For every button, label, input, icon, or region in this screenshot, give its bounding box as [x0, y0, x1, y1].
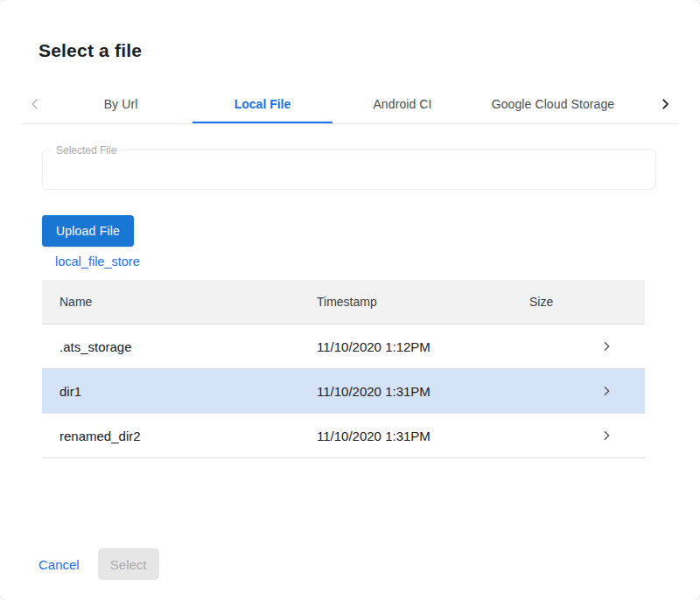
tab-android-ci[interactable]: Android CI [332, 84, 472, 123]
row-expand-control[interactable] [589, 384, 624, 398]
table-row[interactable]: renamed_dir2 11/10/2020 1:31PM [42, 414, 645, 458]
upload-file-button[interactable]: Upload File [42, 215, 134, 247]
tab-label: Google Cloud Storage [492, 97, 615, 111]
cell-name: renamed_dir2 [42, 429, 317, 443]
select-file-dialog: Select a file By Url Local File Android … [0, 0, 700, 600]
tab-by-url[interactable]: By Url [49, 84, 192, 123]
tab-bar: By Url Local File Android CI Google Clou… [21, 84, 679, 124]
chevron-right-icon [657, 96, 673, 112]
cell-timestamp: 11/10/2020 1:12PM [317, 339, 529, 354]
column-header-timestamp: Timestamp [317, 295, 529, 309]
cell-timestamp: 11/10/2020 1:31PM [317, 429, 529, 443]
tab-local-file[interactable]: Local File [192, 84, 332, 123]
row-expand-control[interactable] [589, 339, 624, 353]
table-row[interactable]: .ats_storage 11/10/2020 1:12PM [42, 324, 645, 369]
column-header-size: Size [529, 295, 589, 309]
table-header-row: Name Timestamp Size [42, 280, 645, 324]
selected-file-field: Selected File [42, 150, 656, 190]
chevron-left-icon [27, 96, 43, 112]
tab-label: Android CI [373, 97, 431, 111]
cancel-button[interactable]: Cancel [28, 550, 90, 579]
column-header-name: Name [42, 295, 317, 309]
row-expand-control[interactable] [589, 429, 624, 443]
chevron-right-icon [599, 429, 613, 443]
tab-google-cloud-storage[interactable]: Google Cloud Storage [472, 84, 634, 123]
select-button[interactable]: Select [98, 548, 159, 580]
tabs-scroll-right-button[interactable] [651, 84, 679, 123]
cell-name: .ats_storage [42, 339, 317, 354]
tab-label: Local File [234, 97, 291, 111]
tabs-scroll-left-button[interactable] [21, 84, 49, 123]
active-tab-indicator [192, 122, 332, 123]
cell-name: dir1 [42, 384, 317, 399]
local-file-store-link[interactable]: local_file_store [55, 255, 140, 269]
selected-file-input[interactable] [43, 150, 655, 189]
selected-file-field-label: Selected File [52, 144, 121, 157]
tab-label: By Url [104, 97, 138, 111]
chevron-right-icon [599, 339, 613, 353]
cell-timestamp: 11/10/2020 1:31PM [317, 384, 529, 399]
chevron-right-icon [599, 384, 613, 398]
dialog-title: Select a file [38, 40, 142, 61]
table-row[interactable]: dir1 11/10/2020 1:31PM [42, 369, 645, 414]
file-table: Name Timestamp Size .ats_storage 11/10/2… [42, 280, 645, 458]
dialog-actions: Cancel Select [28, 548, 159, 580]
